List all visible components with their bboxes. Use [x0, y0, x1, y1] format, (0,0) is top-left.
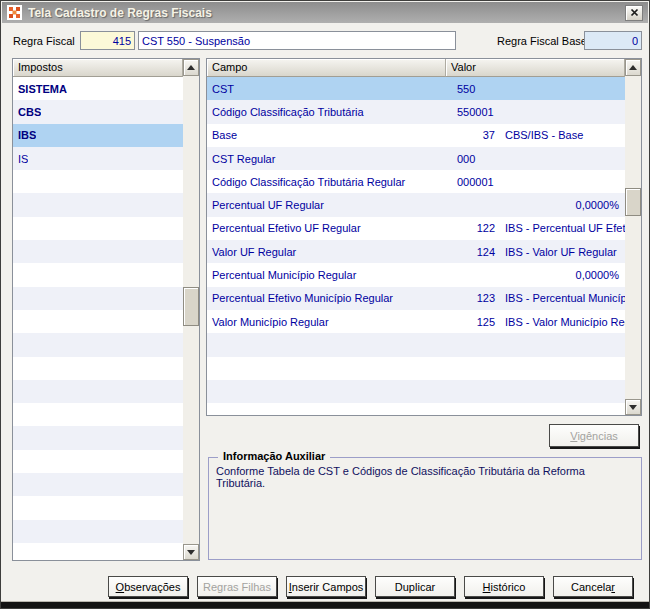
campo-cell: CST Regular	[207, 153, 451, 165]
campos-row-9[interactable]: Percentual Efetivo Município Regular123I…	[207, 287, 625, 310]
campos-row-6[interactable]: Percentual Efetivo UF Regular122IBS - Pe…	[207, 217, 625, 240]
regra-fiscal-numero-input[interactable]	[80, 31, 135, 50]
campo-cell: Código Classificação Tributária Regular	[207, 176, 451, 188]
impostos-item-is[interactable]: IS	[13, 147, 183, 170]
valor-cell: 122IBS - Percentual UF Efetivo R	[451, 222, 625, 234]
campos-row-7[interactable]: Valor UF Regular124IBS - Valor UF Regula…	[207, 240, 625, 263]
close-icon	[630, 5, 639, 20]
valor-cell: 000	[451, 153, 625, 165]
campos-row-5[interactable]: Percentual UF Regular0,0000%	[207, 193, 625, 216]
campos-empty-row	[207, 333, 625, 356]
informacao-auxiliar-title: Informação Auxiliar	[218, 450, 330, 462]
valor-code: 550001	[451, 106, 494, 118]
valor-cell: 125IBS - Valor Município Regular	[451, 316, 625, 328]
campo-cell: Percentual UF Regular	[207, 199, 451, 211]
valor-cell: 37CBS/IBS - Base	[451, 129, 625, 141]
campo-cell: Valor Município Regular	[207, 316, 451, 328]
impostos-item-sistema[interactable]: SISTEMA	[13, 77, 183, 100]
impostos-empty-row	[13, 170, 183, 193]
impostos-item-label: SISTEMA	[13, 83, 67, 95]
campos-empty-row	[207, 380, 625, 403]
impostos-item-ibs[interactable]: IBS	[13, 124, 183, 147]
title-bar[interactable]: Tela Cadastro de Regras Fiscais	[2, 2, 648, 23]
valor-ref-number: 124	[451, 246, 495, 258]
campos-row-8[interactable]: Percentual Município Regular0,0000%	[207, 263, 625, 286]
impostos-empty-row	[13, 310, 183, 333]
impostos-empty-row	[13, 403, 183, 426]
campos-row-1[interactable]: Código Classificação Tributária550001	[207, 100, 625, 123]
campos-empty-row	[207, 403, 625, 415]
campos-scrollbar-track[interactable]	[625, 76, 641, 399]
regras-filhas-button: Regras Filhas	[197, 576, 277, 597]
valor-cell: 0,0000%	[451, 199, 625, 211]
arrow-down-icon	[187, 550, 195, 555]
inserir-campos-button[interactable]: Inserir Campos	[286, 576, 366, 597]
impostos-item-cbs[interactable]: CBS	[13, 100, 183, 123]
impostos-scrollbar-track[interactable]	[183, 76, 199, 544]
impostos-list: SISTEMACBSIBSIS	[13, 77, 183, 560]
campos-row-0[interactable]: CST550	[207, 77, 625, 100]
regra-fiscal-label: Regra Fiscal	[13, 35, 75, 47]
campos-panel: Campo Valor CST550Código Classificação T…	[206, 58, 642, 416]
impostos-scroll-down-button[interactable]	[183, 544, 199, 560]
valor-percent: 0,0000%	[451, 199, 625, 211]
impostos-empty-row	[13, 380, 183, 403]
historico-button[interactable]: Histórico	[464, 576, 544, 597]
impostos-item-label: IBS	[13, 129, 36, 141]
valor-ref-number: 125	[451, 316, 495, 328]
impostos-column-header: Impostos	[13, 59, 183, 77]
campos-scroll-down-button[interactable]	[625, 399, 641, 415]
valor-cell: 124IBS - Valor UF Regular	[451, 246, 625, 258]
duplicar-button[interactable]: Duplicar	[375, 576, 455, 597]
valor-code: 000001	[451, 176, 494, 188]
impostos-empty-row	[13, 450, 183, 473]
impostos-empty-row	[13, 426, 183, 449]
campos-row-2[interactable]: Base37CBS/IBS - Base	[207, 124, 625, 147]
close-button[interactable]	[625, 5, 643, 21]
impostos-empty-row	[13, 193, 183, 216]
campos-empty-row	[207, 357, 625, 380]
campo-cell: CST	[207, 83, 451, 95]
valor-cell: 550	[451, 83, 625, 95]
campos-scroll-up-button[interactable]	[625, 59, 641, 76]
impostos-empty-row	[13, 496, 183, 519]
impostos-empty-row	[13, 217, 183, 240]
impostos-empty-row	[13, 240, 183, 263]
campos-list: CST550Código Classificação Tributária550…	[207, 77, 625, 415]
arrow-down-icon	[629, 405, 637, 410]
valor-cell: 123IBS - Percentual Município Efe	[451, 292, 625, 304]
vigencias-button: Vigências	[549, 424, 639, 447]
impostos-empty-row	[13, 520, 183, 543]
campos-row-3[interactable]: CST Regular000	[207, 147, 625, 170]
arrow-up-icon	[187, 65, 195, 70]
impostos-scrollbar-thumb[interactable]	[183, 287, 199, 326]
valor-code: 000	[451, 153, 475, 165]
campos-scrollbar-thumb[interactable]	[625, 188, 641, 216]
campo-cell: Percentual Município Regular	[207, 269, 451, 281]
campo-cell: Percentual Efetivo UF Regular	[207, 222, 451, 234]
informacao-auxiliar-text: Conforme Tabela de CST e Códigos de Clas…	[216, 465, 634, 489]
cancelar-button[interactable]: Cancelar	[553, 576, 633, 597]
valor-code: 550	[451, 83, 475, 95]
regra-fiscal-descricao-input[interactable]	[138, 31, 456, 50]
valor-ref-number: 122	[451, 222, 495, 234]
app-icon	[7, 5, 22, 20]
arrow-up-icon	[629, 65, 637, 70]
valor-percent: 0,0000%	[451, 269, 625, 281]
valor-ref-number: 123	[451, 292, 495, 304]
campo-cell: Código Classificação Tributária	[207, 106, 451, 118]
valor-ref-description: IBS - Percentual UF Efetivo R	[505, 222, 625, 234]
impostos-empty-row	[13, 263, 183, 286]
impostos-empty-row	[13, 543, 183, 560]
campo-cell: Valor UF Regular	[207, 246, 451, 258]
campos-row-4[interactable]: Código Classificação Tributária Regular0…	[207, 170, 625, 193]
impostos-empty-row	[13, 357, 183, 380]
valor-cell: 550001	[451, 106, 625, 118]
campos-row-10[interactable]: Valor Município Regular125IBS - Valor Mu…	[207, 310, 625, 333]
valor-ref-description: CBS/IBS - Base	[505, 129, 583, 141]
impostos-scroll-up-button[interactable]	[183, 59, 199, 76]
observacoes-button[interactable]: Observações	[108, 576, 188, 597]
regra-fiscal-base-input[interactable]	[584, 31, 642, 50]
valor-ref-description: IBS - Valor Município Regular	[505, 316, 625, 328]
valor-ref-number: 37	[451, 129, 495, 141]
